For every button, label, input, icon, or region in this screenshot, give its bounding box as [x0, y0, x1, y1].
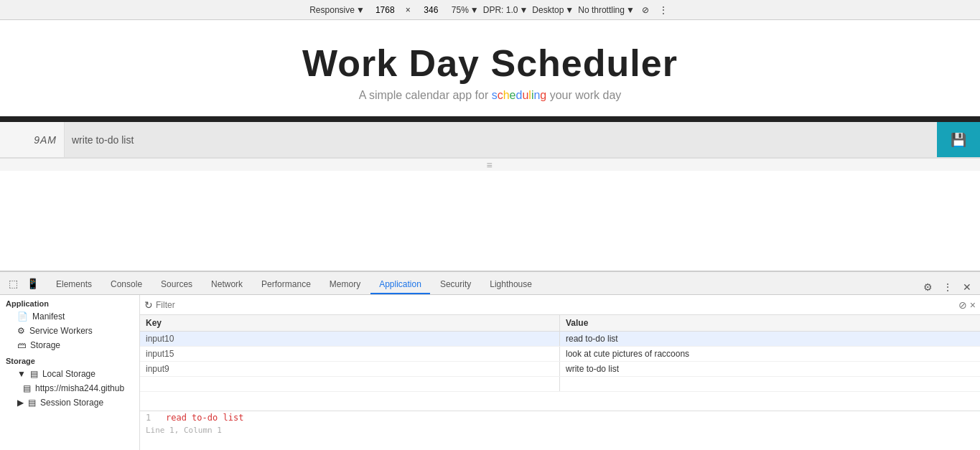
tab-performance[interactable]: Performance [253, 276, 319, 294]
app-title: Work Day Scheduler [14, 42, 966, 85]
manifest-icon: 📄 [17, 311, 28, 322]
zoom-selector[interactable]: 75% ▼ [452, 5, 479, 15]
dpr-dropdown-icon: ▼ [519, 5, 528, 15]
width-input[interactable]: 1768 [369, 4, 401, 16]
throttle-label: No throttling [578, 5, 625, 15]
subtitle-pre: A simple calendar app for [359, 89, 492, 101]
line-number: 1 [146, 413, 157, 423]
device-label: Desktop [532, 5, 564, 15]
subtitle-u: u [522, 89, 528, 101]
tab-lighthouse[interactable]: Lighthouse [481, 276, 541, 294]
drag-icon: ≡ [486, 159, 493, 171]
filter-bar: ↻ ⊘ × [140, 295, 980, 315]
devtools-panel: ⬚ 📱 Elements Console Sources Network Per… [0, 271, 980, 450]
empty-key [140, 377, 560, 391]
device-toggle-icon[interactable]: 📱 [24, 276, 42, 291]
top-toolbar: Responsive ▼ 1768 × 346 75% ▼ DPR: 1.0 ▼… [0, 0, 980, 20]
app-subtitle: A simple calendar app for scheduling you… [14, 89, 966, 102]
line-content: read to-do list [166, 413, 243, 423]
subtitle-g: g [540, 89, 546, 101]
row-key-2: input9 [140, 362, 560, 376]
sidebar-item-session-storage[interactable]: ▶ ▤ Session Storage [0, 395, 139, 410]
devtools-left-icons: ⬚ 📱 [0, 272, 47, 294]
tab-console[interactable]: Console [102, 276, 151, 294]
tab-memory[interactable]: Memory [321, 276, 369, 294]
row-key-0: input10 [140, 332, 560, 346]
preview-status: Line 1, Column 1 [140, 424, 980, 436]
col-key-header: Key [140, 315, 560, 331]
table-header: Key Value [140, 315, 980, 332]
inspect-icon[interactable]: ⬚ [6, 276, 21, 291]
storage-icon: 🗃 [17, 340, 26, 350]
throttle-dropdown-icon: ▼ [626, 5, 635, 15]
subtitle-end: your work day [546, 89, 621, 101]
row-val-1: look at cute pictures of raccoons [560, 347, 980, 361]
sidebar-item-service-workers[interactable]: ⚙ Service Workers [0, 324, 139, 338]
more-options-icon[interactable]: ⋮ [656, 5, 671, 15]
devtools-tab-list: Elements Console Sources Network Perform… [47, 272, 542, 294]
save-button[interactable]: 💾 [937, 122, 980, 157]
manifest-label: Manifest [32, 311, 65, 322]
local-storage-url-label: https://misha244.github [35, 383, 124, 393]
no-throttle-icon[interactable]: ⊘ [639, 5, 652, 15]
table-row[interactable]: input9 write to-do list [140, 362, 980, 377]
filter-close-button[interactable]: × [970, 299, 976, 311]
devtools-sidebar: Application 📄 Manifest ⚙ Service Workers… [0, 295, 140, 450]
devtools-main: ↻ ⊘ × Key Value input10 read to-do list … [140, 295, 980, 450]
responsive-label: Responsive [309, 5, 355, 15]
throttle-selector[interactable]: No throttling ▼ [578, 5, 635, 15]
sidebar-item-storage[interactable]: 🗃 Storage [0, 338, 139, 352]
schedule-row: 9AM write to-do list 💾 [0, 122, 980, 158]
sidebar-item-local-storage[interactable]: ▼ ▤ Local Storage [0, 367, 139, 381]
session-storage-icon: ▤ [28, 398, 36, 408]
more-devtools-icon[interactable]: ⋮ [940, 280, 956, 294]
preview-area: Work Day Scheduler A simple calendar app… [0, 20, 980, 271]
dpr-selector[interactable]: DPR: 1.0 ▼ [483, 5, 528, 15]
col-val-header: Value [560, 315, 980, 331]
close-devtools-icon[interactable]: ✕ [960, 280, 974, 294]
service-workers-label: Service Workers [29, 326, 93, 336]
sidebar-item-manifest[interactable]: 📄 Manifest [0, 309, 139, 324]
device-dropdown-icon: ▼ [565, 5, 574, 15]
local-storage-icon: ▤ [30, 369, 38, 379]
table-row[interactable]: input15 look at cute pictures of raccoon… [140, 347, 980, 362]
responsive-selector[interactable]: Responsive ▼ [309, 5, 365, 15]
subtitle-n: n [533, 89, 540, 101]
zoom-label: 75% [452, 5, 469, 15]
row-val-2: write to-do list [560, 362, 980, 376]
save-icon: 💾 [951, 132, 966, 148]
app-header: Work Day Scheduler A simple calendar app… [0, 20, 980, 116]
expand-icon: ▼ [17, 369, 26, 379]
application-section-header: Application [0, 295, 139, 309]
sidebar-item-local-storage-url[interactable]: ▤ https://misha244.github [0, 381, 139, 395]
drag-handle[interactable]: ≡ [0, 158, 980, 171]
subtitle-s: s [492, 89, 498, 101]
devtools-right-icons: ⚙ ⋮ ✕ [920, 280, 980, 294]
tab-sources[interactable]: Sources [152, 276, 201, 294]
filter-input[interactable] [156, 300, 956, 310]
storage-label: Storage [30, 340, 60, 350]
tab-security[interactable]: Security [431, 276, 480, 294]
table-row-empty [140, 377, 980, 392]
table-row[interactable]: input10 read to-do list [140, 332, 980, 347]
session-expand-icon: ▶ [17, 398, 24, 408]
devtools-tab-bar: ⬚ 📱 Elements Console Sources Network Per… [0, 272, 980, 295]
device-selector[interactable]: Desktop ▼ [532, 5, 574, 15]
subtitle-c: c [498, 89, 503, 101]
app-dark-bar [0, 116, 980, 122]
local-storage-label: Local Storage [42, 369, 95, 379]
subtitle-h: h [503, 89, 510, 101]
devtools-body: Application 📄 Manifest ⚙ Service Workers… [0, 295, 980, 450]
filter-clear-button[interactable]: ⊘ [958, 299, 967, 311]
local-storage-url-icon: ▤ [23, 383, 31, 393]
subtitle-e: e [510, 89, 516, 101]
schedule-text[interactable]: write to-do list [65, 122, 937, 157]
preview-line-1: 1 read to-do list [140, 411, 980, 424]
height-input[interactable]: 346 [415, 4, 447, 16]
filter-refresh-button[interactable]: ↻ [144, 299, 153, 311]
settings-icon[interactable]: ⚙ [920, 280, 935, 294]
tab-elements[interactable]: Elements [47, 276, 101, 294]
tab-application[interactable]: Application [370, 276, 430, 294]
tab-network[interactable]: Network [202, 276, 251, 294]
time-label: 9AM [0, 122, 65, 157]
